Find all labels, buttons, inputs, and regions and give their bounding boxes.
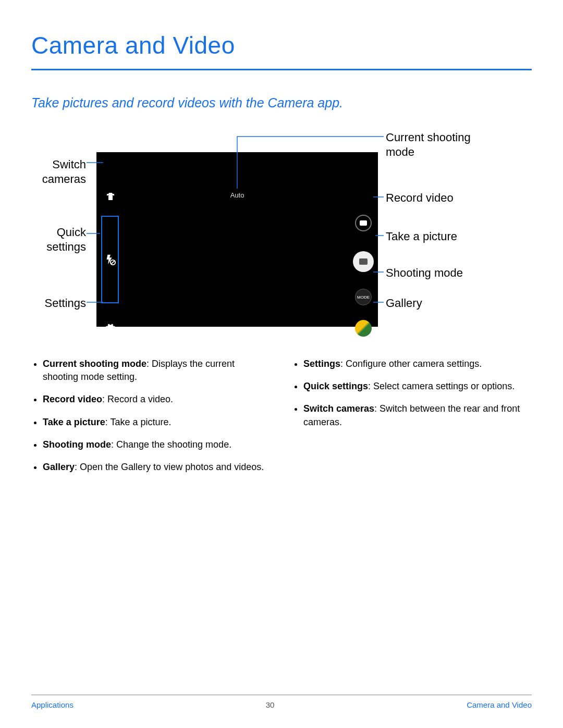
footer-left: Applications: [31, 700, 74, 709]
svg-line-1: [111, 261, 115, 264]
footer-right: Camera and Video: [467, 700, 532, 709]
description-columns: Current shooting mode: Displays the curr…: [31, 357, 532, 483]
bullet-item: Take a picture: Take a picture.: [43, 416, 271, 429]
flash-off-icon[interactable]: [104, 254, 116, 265]
title-rule: [31, 69, 532, 70]
footer-page-number: 30: [266, 700, 275, 709]
label-settings: Settings: [25, 296, 86, 311]
right-column: Settings: Configure other camera setting…: [292, 357, 532, 483]
bullet-item: Current shooting mode: Displays the curr…: [43, 357, 271, 384]
record-video-button[interactable]: [355, 215, 372, 231]
camera-viewport: Auto MODE: [96, 152, 378, 327]
page-subtitle: Take pictures and record videos with the…: [31, 95, 532, 110]
label-shooting-mode: Shooting mode: [386, 266, 463, 280]
label-switch-cameras: Switch cameras: [25, 157, 86, 186]
bullet-item: Quick settings: Select camera settings o…: [303, 380, 532, 393]
gallery-button[interactable]: [355, 320, 372, 337]
bullet-item: Record video: Record a video.: [43, 393, 271, 406]
shooting-mode-button[interactable]: MODE: [355, 289, 372, 305]
left-column: Current shooting mode: Displays the curr…: [31, 357, 271, 483]
label-current-mode: Current shooting mode: [386, 130, 495, 159]
bullet-item: Shooting mode: Change the shooting mode.: [43, 438, 271, 451]
camera-diagram: Auto MODE Switch cameras Quick settings …: [31, 125, 532, 339]
label-take-picture: Take a picture: [386, 229, 457, 244]
switch-camera-icon[interactable]: [104, 191, 117, 204]
gear-icon[interactable]: [104, 323, 116, 335]
label-quick-settings: Quick settings: [25, 225, 86, 254]
current-mode-label: Auto: [230, 191, 244, 199]
take-picture-button[interactable]: [353, 251, 374, 272]
bullet-item: Settings: Configure other camera setting…: [303, 357, 532, 371]
bullet-item: Gallery: Open the Gallery to view photos…: [43, 461, 271, 474]
page-footer: Applications 30 Camera and Video: [31, 695, 532, 709]
label-gallery: Gallery: [386, 296, 422, 311]
label-record-video: Record video: [386, 191, 454, 205]
page-title: Camera and Video: [31, 31, 532, 59]
bullet-item: Switch cameras: Switch between the rear …: [303, 402, 532, 428]
